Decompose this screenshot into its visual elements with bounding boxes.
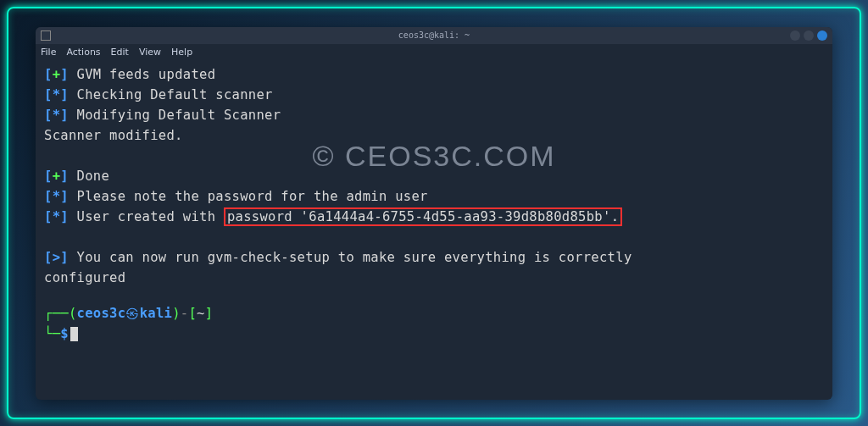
output-line: [*] User created with password '6a1444a4… (44, 207, 824, 227)
output-line: [*] Please note the password for the adm… (44, 186, 824, 207)
menubar: File Actions Edit View Help (36, 44, 832, 61)
terminal-output[interactable]: [+] GVM feeds updated [*] Checking Defau… (36, 61, 832, 400)
output-line: [+] GVM feeds updated (44, 64, 824, 85)
prompt: ┌──(ceos3c㉿kali)-[~] └─$ (44, 303, 824, 344)
password-highlight: password '6a1444a4-6755-4d55-aa93-39d8b8… (224, 207, 622, 226)
menu-actions[interactable]: Actions (66, 47, 100, 58)
output-line: [*] Checking Default scanner (44, 85, 824, 105)
cursor (70, 327, 78, 341)
menu-edit[interactable]: Edit (111, 47, 129, 58)
titlebar[interactable]: ceos3c@kali: ~ (36, 27, 832, 44)
output-line: [+] Done (44, 166, 824, 186)
maximize-button[interactable] (804, 30, 814, 41)
window-icon (41, 30, 51, 41)
output-line (44, 227, 824, 247)
close-button[interactable] (817, 30, 827, 41)
output-line: [*] Modifying Default Scanner (44, 105, 824, 125)
window-title: ceos3c@kali: ~ (398, 30, 470, 40)
output-line: Scanner modified. (44, 125, 824, 146)
output-line: [>] You can now run gvm-check-setup to m… (44, 247, 824, 268)
output-line (44, 146, 824, 166)
window-controls (790, 30, 827, 41)
menu-help[interactable]: Help (171, 47, 192, 58)
output-line: configured (44, 268, 824, 288)
minimize-button[interactable] (790, 30, 800, 41)
menu-view[interactable]: View (139, 47, 161, 58)
menu-file[interactable]: File (41, 47, 56, 58)
terminal-window: ceos3c@kali: ~ File Actions Edit View He… (36, 27, 832, 400)
